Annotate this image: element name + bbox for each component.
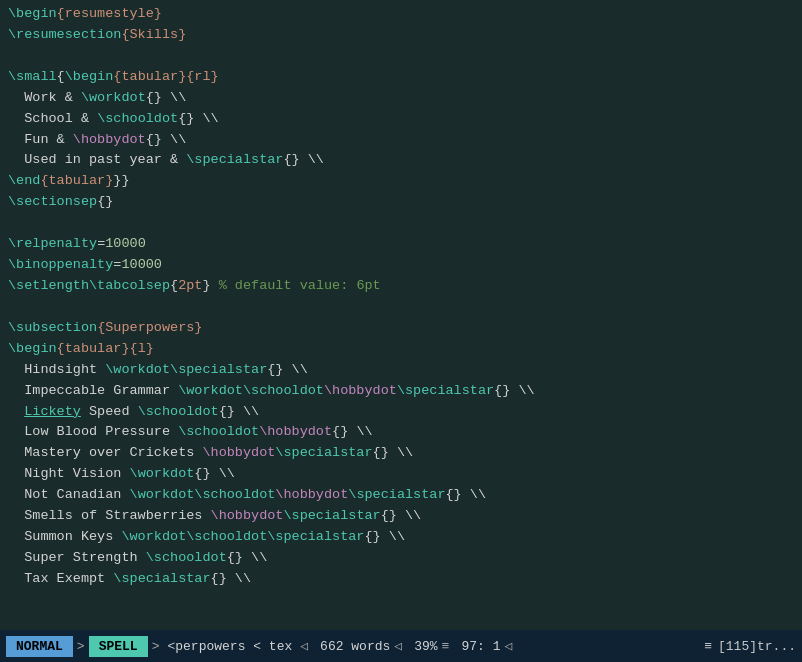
col-num: 1 <box>493 639 501 654</box>
word-count: 662 words <box>320 639 390 654</box>
right-sep: ◁ <box>501 638 517 654</box>
editor-line: \setlength\tabcolsep{2pt} % default valu… <box>8 276 794 297</box>
editor-line: Hindsight \workdot\specialstar{} \\ <box>8 360 794 381</box>
editor-line: Impeccable Grammar \workdot\schooldot\ho… <box>8 381 794 402</box>
editor-line: \relpenalty=10000 <box>8 234 794 255</box>
code-editor[interactable]: \begin{resumestyle}\resumesection{Skills… <box>0 0 802 630</box>
editor-line: \end{tabular}}} <box>8 171 794 192</box>
editor-line: Mastery over Crickets \hobbydot\specials… <box>8 443 794 464</box>
editor-line: Night Vision \workdot{} \\ <box>8 464 794 485</box>
mode-normal: NORMAL <box>6 636 73 657</box>
line-col: 97: <box>461 639 484 654</box>
editor-line <box>8 46 794 67</box>
list-icon: ≡ <box>704 639 712 654</box>
editor-line: Fun & \hobbydot{} \\ <box>8 130 794 151</box>
editor-line: \resumesection{Skills} <box>8 25 794 46</box>
right-info: ≡ [115]tr... <box>704 639 796 654</box>
editor-line: \begin{tabular}{l} <box>8 339 794 360</box>
mode-spell: SPELL <box>89 636 148 657</box>
pct-sep: ◁ <box>390 638 406 654</box>
file-info: <perpowers < tex <box>163 639 296 654</box>
scroll-percent: 39% <box>414 639 437 654</box>
editor-line: \small{\begin{tabular}{rl} <box>8 67 794 88</box>
editor-line: \subsection{Superpowers} <box>8 318 794 339</box>
editor-line: Work & \workdot{} \\ <box>8 88 794 109</box>
lines-sep: ≡ <box>438 639 454 654</box>
editor-line: Not Canadian \workdot\schooldot\hobbydot… <box>8 485 794 506</box>
mode-separator-2: > <box>148 639 164 654</box>
editor-line: Tax Exempt \specialstar{} \\ <box>8 569 794 590</box>
editor-line: School & \schooldot{} \\ <box>8 109 794 130</box>
editor-line: Used in past year & \specialstar{} \\ <box>8 150 794 171</box>
editor-line: Smells of Strawberries \hobbydot\special… <box>8 506 794 527</box>
editor-line: Super Strength \schooldot{} \\ <box>8 548 794 569</box>
editor-line: Lickety Speed \schooldot{} \\ <box>8 402 794 423</box>
editor-line <box>8 213 794 234</box>
editor-line <box>8 297 794 318</box>
editor-line: \sectionsep{} <box>8 192 794 213</box>
mode-separator: > <box>73 639 89 654</box>
editor-line: \begin{resumestyle} <box>8 4 794 25</box>
fold-info: [115]tr... <box>718 639 796 654</box>
editor-line: Low Blood Pressure \schooldot\hobbydot{}… <box>8 422 794 443</box>
words-sep: ◁ <box>296 638 312 654</box>
status-bar: NORMAL > SPELL > <perpowers < tex ◁ 662 … <box>0 630 802 662</box>
editor-line: Summon Keys \workdot\schooldot\specialst… <box>8 527 794 548</box>
editor-line: \binoppenalty=10000 <box>8 255 794 276</box>
